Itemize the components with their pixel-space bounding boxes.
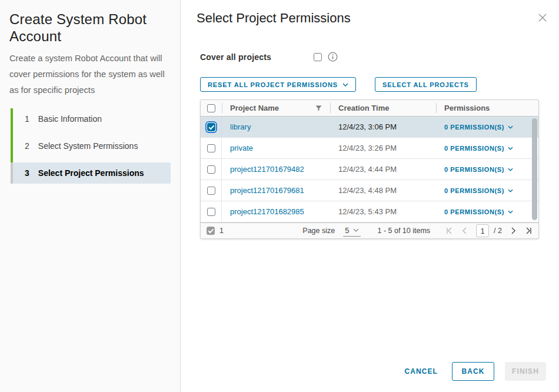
chevron-down-icon [342, 83, 348, 87]
step-number: 1 [25, 114, 29, 124]
close-icon[interactable] [538, 13, 547, 22]
row-checkbox[interactable] [207, 123, 215, 131]
permissions-dropdown[interactable]: 0 PERMISSION(S) [444, 187, 513, 194]
selected-count-checkbox[interactable] [207, 227, 215, 235]
table-row: project121701679681 12/4/23, 4:48 PM 0 P… [201, 180, 538, 201]
chevron-down-icon [353, 228, 359, 232]
step-basic-information[interactable]: 1 Basic Information [11, 108, 171, 129]
chevron-down-icon [508, 168, 513, 171]
row-checkbox-cell [201, 180, 222, 201]
creation-time: 12/4/23, 4:44 PM [330, 165, 436, 174]
project-name-link[interactable]: private [230, 144, 253, 152]
step-number: 2 [25, 141, 29, 151]
permissions-dropdown[interactable]: 0 PERMISSION(S) [444, 145, 513, 152]
selected-count: 1 [219, 227, 224, 235]
project-name-link[interactable]: project121701679482 [230, 165, 304, 174]
wizard-action-bar: CANCEL BACK FINISH [401, 362, 546, 381]
column-header-project-name[interactable]: Project Name [222, 100, 330, 116]
permissions-dropdown[interactable]: 0 PERMISSION(S) [444, 166, 513, 173]
page-size-select[interactable]: 5 [343, 225, 361, 237]
prev-page-icon[interactable] [461, 227, 469, 235]
creation-time: 12/4/23, 3:06 PM [330, 122, 436, 131]
table-toolbar: RESET ALL PROJECT PERMISSIONS SELECT ALL… [200, 77, 559, 92]
cover-all-projects-checkbox[interactable] [314, 53, 322, 61]
chevron-down-icon [508, 147, 513, 150]
select-all-button-label: SELECT ALL PROJECTS [382, 81, 469, 88]
row-checkbox[interactable] [207, 165, 215, 174]
chevron-down-icon [508, 125, 513, 129]
wizard-description: Create a system Robot Account that will … [9, 51, 171, 98]
chevron-down-icon [508, 210, 513, 214]
project-name-link[interactable]: library [230, 122, 251, 131]
column-header-permissions[interactable]: Permissions [436, 100, 538, 116]
permissions-dropdown[interactable]: 0 PERMISSION(S) [444, 208, 513, 215]
table-row: library 12/4/23, 3:06 PM 0 PERMISSION(S) [201, 117, 538, 138]
creation-time: 12/4/23, 3:26 PM [330, 144, 436, 152]
step-select-project-permissions[interactable]: 3 Select Project Permissions [11, 162, 171, 184]
step-label: Basic Information [38, 114, 102, 124]
wizard-title: Create System Robot Account [9, 11, 171, 45]
row-checkbox[interactable] [207, 144, 215, 152]
scrollbar-thumb[interactable] [532, 118, 537, 220]
step-label: Select System Permissions [38, 141, 138, 151]
row-checkbox-cell [201, 117, 222, 137]
project-name-link[interactable]: project121701682985 [230, 207, 304, 216]
row-checkbox-cell [201, 201, 222, 222]
cover-all-projects-label: Cover all projects [200, 52, 314, 62]
select-all-projects-button[interactable]: SELECT ALL PROJECTS [375, 77, 477, 92]
back-button[interactable]: BACK [452, 362, 494, 381]
completed-steps-bar [11, 108, 13, 162]
cover-all-projects-row: Cover all projects [200, 52, 559, 62]
step-select-system-permissions[interactable]: 2 Select System Permissions [11, 135, 171, 157]
step-label: Select Project Permissions [38, 168, 144, 178]
wizard-sidebar: Create System Robot Account Create a sys… [0, 0, 181, 392]
header-checkbox-cell [201, 100, 222, 116]
select-all-rows-checkbox[interactable] [207, 104, 215, 112]
permissions-dropdown[interactable]: 0 PERMISSION(S) [444, 124, 513, 131]
step-number: 3 [25, 168, 29, 178]
current-page-input[interactable] [476, 224, 489, 237]
filter-icon[interactable] [315, 105, 322, 111]
reset-all-project-permissions-button[interactable]: RESET ALL PROJECT PERMISSIONS [200, 77, 356, 92]
table-scrollbar[interactable] [531, 118, 538, 222]
table-footer: 1 Page size 5 1 - 5 of 10 items / 2 [201, 222, 538, 238]
next-page-icon[interactable] [509, 227, 517, 235]
cancel-button[interactable]: CANCEL [401, 367, 441, 376]
row-checkbox[interactable] [207, 208, 215, 216]
last-page-icon[interactable] [524, 227, 533, 235]
chevron-down-icon [508, 189, 513, 192]
page-size-label: Page size [302, 227, 335, 235]
creation-time: 12/4/23, 4:48 PM [330, 186, 436, 195]
pagination-range-text: 1 - 5 of 10 items [377, 227, 430, 235]
pagination-controls: / 2 [445, 224, 533, 237]
table-row: project121701679482 12/4/23, 4:44 PM 0 P… [201, 159, 538, 180]
finish-button[interactable]: FINISH [505, 362, 546, 381]
select-project-permissions-panel: Select Project Permissions Cover all pro… [181, 0, 559, 392]
reset-button-label: RESET ALL PROJECT PERMISSIONS [208, 81, 338, 88]
table-header-row: Project Name Creation Time Permissions [201, 100, 538, 117]
first-page-icon[interactable] [445, 227, 454, 235]
table-row: project121701682985 12/4/23, 5:43 PM 0 P… [201, 201, 538, 222]
projects-table: Project Name Creation Time Permissions l… [200, 99, 539, 239]
row-checkbox-cell [201, 138, 222, 158]
page-total: / 2 [494, 227, 502, 235]
wizard-stepnav: 1 Basic Information 2 Select System Perm… [11, 108, 171, 184]
panel-title: Select Project Permissions [197, 11, 559, 26]
project-name-link[interactable]: project121701679681 [230, 186, 304, 195]
column-header-creation-time[interactable]: Creation Time [330, 100, 436, 116]
table-row: private 12/4/23, 3:26 PM 0 PERMISSION(S) [201, 138, 538, 159]
row-checkbox-cell [201, 159, 222, 180]
info-icon[interactable] [328, 52, 338, 62]
creation-time: 12/4/23, 5:43 PM [330, 207, 436, 216]
row-checkbox[interactable] [207, 187, 215, 195]
